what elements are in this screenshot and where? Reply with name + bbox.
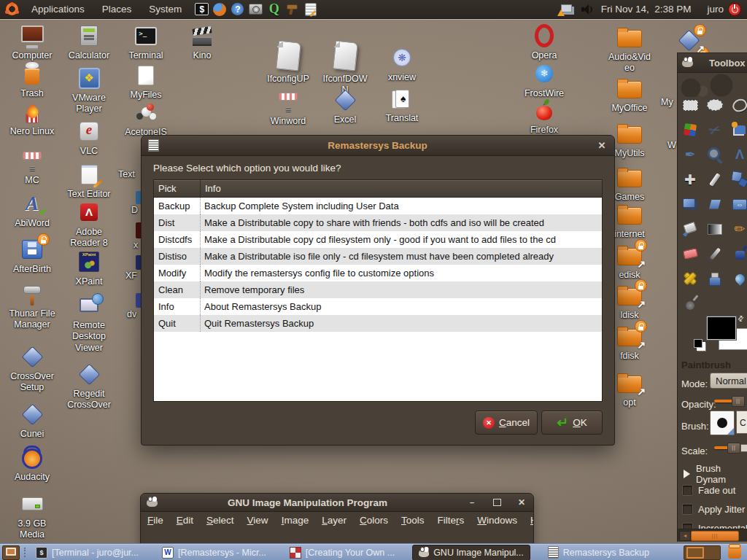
desktop-icon-cunei[interactable]: Cunei (6, 402, 58, 440)
airbrush-tool[interactable] (704, 243, 726, 265)
desktop-icon-trash[interactable]: Trash (6, 61, 58, 99)
menu-filters[interactable]: Filters (430, 515, 471, 526)
table-row-dist[interactable]: DistMake a Distributable copy to share w… (154, 214, 602, 231)
minimize-button[interactable] (466, 497, 478, 508)
firefox-icon[interactable] (212, 1, 227, 17)
panel-menu-places[interactable]: Places (93, 0, 141, 18)
column-header-pick[interactable]: Pick (154, 180, 201, 197)
maximize-button[interactable] (491, 497, 503, 508)
desktop-icon-opera[interactable]: Opera (518, 23, 570, 61)
partial-icon-label[interactable]: dv (127, 309, 136, 319)
menu-file[interactable]: File (141, 515, 170, 526)
bucket-fill-tool[interactable] (679, 218, 701, 240)
blur-tool[interactable] (729, 268, 747, 289)
volume-icon[interactable] (581, 4, 594, 15)
taskbar-item-remastersys-backup[interactable]: Remastersys Backup (542, 545, 655, 560)
desktop-icon-winword[interactable]: Winword (262, 89, 314, 127)
menu-view[interactable]: View (241, 515, 275, 526)
table-row-info[interactable]: InfoAbout Remastersys Backup (154, 298, 602, 315)
foreground-color-swatch[interactable] (707, 316, 736, 340)
table-row-distcdfs[interactable]: DistcdfsMake a Distributable copy cd fil… (154, 231, 602, 248)
taskbar-item-gnu-image-manipul[interactable]: GNU Image Manipul... (412, 545, 530, 560)
scale-spinner[interactable] (740, 444, 747, 452)
default-colors-icon[interactable] (694, 339, 703, 348)
table-row-clean[interactable]: CleanRemove temporary files (154, 281, 602, 298)
desktop-icon-crossover-setup[interactable]: CrossOver Setup (6, 344, 58, 394)
dialog-close-icon[interactable]: ✕ (596, 140, 608, 151)
desktop-icon-excel[interactable]: Excel (319, 88, 371, 125)
qcad-icon[interactable] (266, 1, 282, 17)
taskbar-trash-icon[interactable] (728, 546, 741, 559)
crop-tool[interactable] (704, 168, 726, 190)
close-button[interactable] (516, 497, 527, 508)
network-status-icon[interactable] (557, 3, 575, 16)
column-header-info[interactable]: Info (201, 180, 602, 197)
paths-tool[interactable] (679, 144, 701, 166)
heal-tool[interactable] (679, 268, 701, 289)
scale-slider[interactable]: || (714, 443, 747, 453)
desktop-icon-vlc[interactable]: VLC (63, 119, 115, 157)
show-desktop-button[interactable] (2, 545, 20, 560)
desktop-icon-computer[interactable]: Computer (6, 23, 58, 61)
opacity-handle[interactable]: || (732, 396, 745, 407)
table-row-backup[interactable]: BackupBackup Complete System including U… (154, 198, 602, 214)
desktop-icon-audio-video[interactable]: Audio&Video (603, 25, 656, 74)
help-icon[interactable] (230, 1, 245, 17)
panel-menu-applications[interactable]: Applications (23, 0, 93, 18)
desktop-icon-audacity[interactable]: Audacity (6, 445, 58, 483)
table-row-quit[interactable]: QuitQuit Remastersys Backup (154, 315, 602, 332)
desktop-icon-myoffice[interactable]: MyOffice (603, 76, 656, 114)
desktop-icon-firefox[interactable]: Firefox (518, 98, 570, 136)
desktop-icon-text-editor[interactable]: Text Editor (63, 162, 115, 200)
measure-tool[interactable] (729, 144, 747, 166)
move-tool[interactable] (679, 168, 701, 190)
desktop-icon-adobe-reader-8[interactable]: Adobe Reader 8 (63, 200, 115, 249)
smudge-tool[interactable] (679, 292, 701, 314)
menu-help[interactable]: Help (524, 515, 533, 526)
ink-tool[interactable] (729, 243, 747, 265)
desktop-icon-calculator[interactable]: Calculator (63, 23, 115, 61)
rectangle-select-tool[interactable] (679, 94, 701, 116)
checkbox[interactable] (682, 485, 693, 496)
desktop-icon-xnview[interactable]: xnview (376, 45, 428, 83)
shear-tool[interactable] (704, 193, 726, 215)
cancel-button[interactable]: Cancel (475, 411, 538, 435)
partial-icon-label[interactable]: My (661, 97, 673, 107)
flip-tool[interactable] (729, 193, 747, 215)
toolbox-titlebar[interactable]: Toolbox (678, 53, 747, 73)
brush-name-button[interactable]: C (736, 411, 747, 434)
ubuntu-logo-icon[interactable] (6, 3, 18, 15)
menu-edit[interactable]: Edit (170, 515, 200, 526)
taskbar-item-remastersys-micr[interactable]: [Remastersys - Micr... (156, 545, 272, 560)
desktop-icon-3-9-gb-media[interactable]: 3.9 GB Media (6, 491, 58, 541)
desktop-icon-afterbirth[interactable]: AfterBirth (6, 237, 58, 275)
dialog-titlebar[interactable]: Remastersys Backup ✕ (142, 136, 614, 156)
menu-tools[interactable]: Tools (395, 515, 431, 526)
desktop-icon-regedit-crossover[interactable]: Regedit CrossOver (63, 362, 115, 411)
user-menu[interactable]: juro (707, 4, 724, 15)
foreground-select-tool[interactable] (729, 119, 747, 141)
menu-layer[interactable]: Layer (315, 515, 353, 526)
gimp-titlebar[interactable]: GNU Image Manipulation Program (141, 494, 533, 512)
desktop-icon-frostwire[interactable]: FrostWire (518, 61, 570, 99)
menu-windows[interactable]: Windows (471, 515, 524, 526)
menu-select[interactable]: Select (200, 515, 241, 526)
root-terminal-icon[interactable] (195, 3, 209, 15)
partial-icon-label[interactable]: D (131, 205, 138, 215)
desktop-icon-abiword[interactable]: AbiWord (6, 191, 58, 229)
desktop-icon-acetoneis[interactable]: AcetoneIS (120, 100, 172, 138)
panel-menu-system[interactable]: System (140, 0, 190, 18)
free-select-tool[interactable] (729, 94, 747, 116)
table-row-modify[interactable]: ModifyModify the remastersys config file… (154, 265, 602, 281)
table-row-distiso[interactable]: DistisoMake a Distributable iso file onl… (154, 248, 602, 265)
desktop-icon-kino[interactable]: Kino (176, 23, 228, 61)
zoom-tool[interactable] (704, 144, 726, 166)
swap-colors-icon[interactable] (735, 314, 746, 324)
eraser-tool[interactable] (679, 243, 701, 265)
blend-tool[interactable] (704, 218, 726, 240)
ellipse-select-tool[interactable] (704, 94, 726, 116)
opacity-slider[interactable]: || (714, 396, 747, 406)
workspace-switcher[interactable] (684, 545, 721, 560)
taskbar-item-creating-your-own[interactable]: [Creating Your Own ... (284, 545, 400, 560)
partial-icon-label[interactable]: Text (118, 169, 135, 179)
